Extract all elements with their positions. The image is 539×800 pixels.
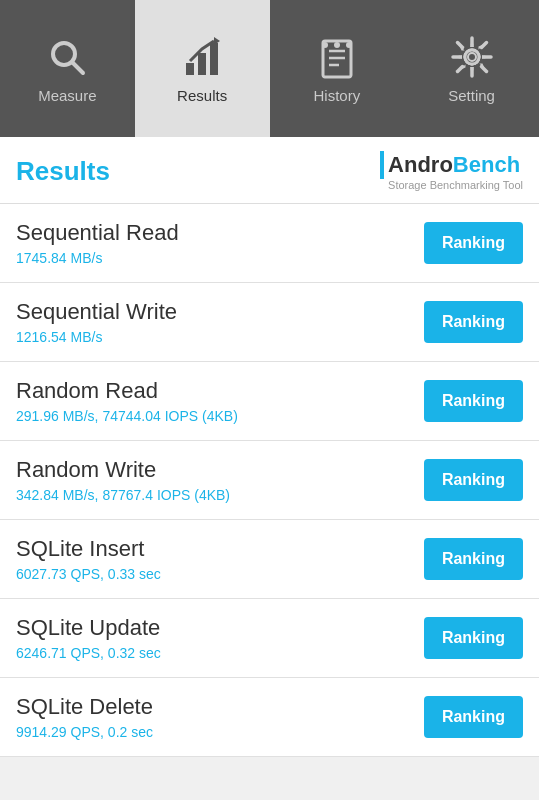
result-name: Random Read [16,378,238,404]
result-value: 6246.71 QPS, 0.32 sec [16,645,161,661]
svg-rect-2 [186,63,194,75]
tab-results-label: Results [177,87,227,104]
result-name: SQLite Update [16,615,161,641]
setting-icon [448,33,496,81]
brand-logo: AndroBench Storage Benchmarking Tool [380,151,523,191]
svg-line-1 [72,62,83,73]
measure-icon [43,33,91,81]
result-info: Sequential Read 1745.84 MB/s [16,220,179,266]
tab-history-label: History [314,87,361,104]
tab-setting[interactable]: Setting [404,0,539,137]
svg-line-22 [457,67,462,72]
result-value: 342.84 MB/s, 87767.4 IOPS (4KB) [16,487,230,503]
ranking-button-sqlite-delete[interactable]: Ranking [424,696,523,738]
svg-rect-4 [210,43,218,75]
svg-point-24 [468,53,476,61]
svg-line-21 [481,43,486,48]
tab-bar: Measure Results [0,0,539,137]
brand-name-blue: Bench [453,152,520,177]
tab-history[interactable]: History [270,0,405,137]
brand-line [380,151,384,179]
tab-measure[interactable]: Measure [0,0,135,137]
result-row-sqlite-delete: SQLite Delete 9914.29 QPS, 0.2 sec Ranki… [0,678,539,757]
result-name: SQLite Insert [16,536,161,562]
ranking-button-sqlite-insert[interactable]: Ranking [424,538,523,580]
tab-results[interactable]: Results [135,0,270,137]
ranking-button-sqlite-update[interactable]: Ranking [424,617,523,659]
result-list: Sequential Read 1745.84 MB/s Ranking Seq… [0,204,539,757]
result-value: 9914.29 QPS, 0.2 sec [16,724,153,740]
result-row-sequential-read: Sequential Read 1745.84 MB/s Ranking [0,204,539,283]
svg-line-20 [481,67,486,72]
result-info: SQLite Delete 9914.29 QPS, 0.2 sec [16,694,153,740]
result-value: 6027.73 QPS, 0.33 sec [16,566,161,582]
result-name: Sequential Read [16,220,179,246]
ranking-button-random-write[interactable]: Ranking [424,459,523,501]
result-name: Sequential Write [16,299,177,325]
result-name: Random Write [16,457,230,483]
result-row-sqlite-update: SQLite Update 6246.71 QPS, 0.32 sec Rank… [0,599,539,678]
tab-setting-label: Setting [448,87,495,104]
result-name: SQLite Delete [16,694,153,720]
result-info: Sequential Write 1216.54 MB/s [16,299,177,345]
result-row-sequential-write: Sequential Write 1216.54 MB/s Ranking [0,283,539,362]
tab-measure-label: Measure [38,87,96,104]
result-row-random-write: Random Write 342.84 MB/s, 87767.4 IOPS (… [0,441,539,520]
result-row-sqlite-insert: SQLite Insert 6027.73 QPS, 0.33 sec Rank… [0,520,539,599]
ranking-button-sequential-read[interactable]: Ranking [424,222,523,264]
history-icon [313,33,361,81]
ranking-button-sequential-write[interactable]: Ranking [424,301,523,343]
results-header: Results AndroBench Storage Benchmarking … [0,137,539,204]
result-row-random-read: Random Read 291.96 MB/s, 74744.04 IOPS (… [0,362,539,441]
results-icon [178,33,226,81]
brand-bar: AndroBench [380,151,520,179]
result-info: SQLite Update 6246.71 QPS, 0.32 sec [16,615,161,661]
svg-point-12 [346,42,352,48]
result-value: 1745.84 MB/s [16,250,179,266]
result-info: Random Write 342.84 MB/s, 87767.4 IOPS (… [16,457,230,503]
brand-sub: Storage Benchmarking Tool [388,179,523,191]
result-value: 291.96 MB/s, 74744.04 IOPS (4KB) [16,408,238,424]
result-info: Random Read 291.96 MB/s, 74744.04 IOPS (… [16,378,238,424]
page-title: Results [16,156,110,187]
svg-line-19 [457,43,462,48]
svg-point-10 [322,42,328,48]
ranking-button-random-read[interactable]: Ranking [424,380,523,422]
result-info: SQLite Insert 6027.73 QPS, 0.33 sec [16,536,161,582]
svg-point-11 [334,42,340,48]
svg-rect-3 [198,53,206,75]
brand-name: AndroBench [388,152,520,178]
result-value: 1216.54 MB/s [16,329,177,345]
